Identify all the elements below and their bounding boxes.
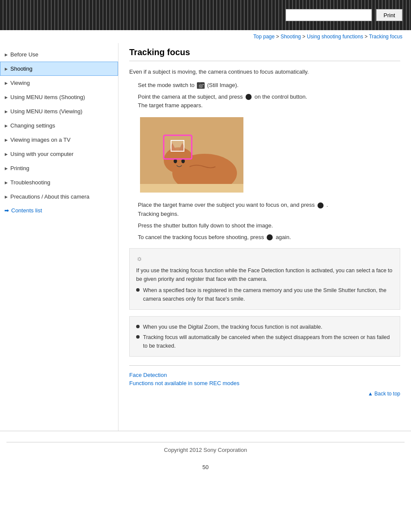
sidebar-label-precautions: Precautions / About this camera [10,193,90,200]
sidebar-item-changing-settings[interactable]: ▶ Changing settings [0,118,118,133]
page-number: 50 [0,460,411,475]
step-2: Point the camera at the subject, and pre… [138,93,400,111]
sidebar-arrow-viewing: ▶ [5,81,8,85]
note-bullet-1-icon [136,325,140,328]
header: Print [0,0,411,30]
sidebar-arrow-troubleshooting: ▶ [5,180,8,185]
step-4: Press the shutter button fully down to s… [138,221,400,230]
tracking-image-container [140,117,243,194]
svg-point-3 [200,85,202,87]
breadcrumb-shooting[interactable]: Shooting [280,34,301,40]
main-content: Tracking focus Even if a subject is movi… [118,43,411,431]
contents-list-link[interactable]: ➡ Contents list [0,204,118,217]
step-3: Place the target frame over the subject … [138,201,400,219]
back-to-top-link[interactable]: ▲ Back to top [368,391,400,397]
tips-text: If you use the tracking focus function w… [136,266,393,283]
step-5: To cancel the tracking focus before shoo… [138,233,400,242]
sidebar-arrow-printing: ▶ [5,166,8,171]
control-button-icon [246,94,252,100]
camera-mode-icon [197,82,205,89]
note-box: When you use the Digital Zoom, the track… [129,316,400,357]
sidebar-label-computer: Using with your computer [10,151,74,157]
control-button-icon-2 [318,202,324,208]
related-links: Face Detection Functions not available i… [129,365,400,386]
svg-rect-4 [202,84,204,85]
print-button[interactable]: Print [376,9,402,21]
control-button-icon-3 [267,234,273,240]
sidebar-item-viewing[interactable]: ▶ Viewing [0,76,118,90]
tips-box: ☼ If you use the tracking focus function… [129,248,400,310]
contents-list-label: Contents list [11,207,42,214]
sidebar-arrow-changing-settings: ▶ [5,124,8,128]
sidebar-item-troubleshooting[interactable]: ▶ Troubleshooting [0,175,118,190]
copyright-text: Copyright 2012 Sony Corporation [6,447,405,453]
note-item-1: When you use the Digital Zoom, the track… [136,323,393,331]
sidebar-label-menu-shooting: Using MENU items (Shooting) [10,94,85,100]
sidebar-label-changing-settings: Changing settings [10,122,55,129]
sidebar-item-viewing-tv[interactable]: ▶ Viewing images on a TV [0,133,118,147]
sidebar-item-computer[interactable]: ▶ Using with your computer [0,147,118,161]
svg-rect-1 [199,82,201,84]
sidebar-item-printing[interactable]: ▶ Printing [0,161,118,175]
sidebar-arrow-computer: ▶ [5,152,8,156]
main-layout: ▶ Before Use ▶ Shooting ▶ Viewing ▶ Usin… [0,43,411,431]
note-text-2: Tracking focus will automatically be can… [143,333,393,350]
sidebar-item-shooting[interactable]: ▶ Shooting [0,62,118,76]
sidebar-arrow-before-use: ▶ [5,53,8,57]
sidebar-arrow-menu-viewing: ▶ [5,109,8,114]
tips-bullet: When a specified face is registered in t… [136,286,393,303]
sidebar-label-shooting: Shooting [10,65,32,72]
breadcrumb-tracking-focus[interactable]: Tracking focus [369,34,402,40]
page-title: Tracking focus [129,47,400,61]
svg-rect-13 [140,184,243,193]
sidebar-arrow-viewing-tv: ▶ [5,138,8,142]
footer: Copyright 2012 Sony Corporation [0,431,411,460]
sidebar-item-precautions[interactable]: ▶ Precautions / About this camera [0,190,118,204]
search-input[interactable] [286,9,372,21]
intro-text: Even if a subject is moving, the camera … [129,68,400,77]
tips-bullet-text: When a specified face is registered in t… [143,286,393,303]
sidebar-label-before-use: Before Use [10,51,38,58]
note-item-2: Tracking focus will automatically be can… [136,333,393,350]
note-bullet-2-icon [136,335,140,339]
sidebar-label-troubleshooting: Troubleshooting [10,179,50,186]
back-to-top[interactable]: ▲ Back to top [129,391,400,397]
sidebar-arrow-precautions: ▶ [5,195,8,199]
tracking-focus-image [140,117,243,193]
sidebar-item-menu-viewing[interactable]: ▶ Using MENU items (Viewing) [0,104,118,118]
sidebar-label-printing: Printing [10,165,29,171]
breadcrumb-top[interactable]: Top page [253,34,274,40]
sidebar-label-menu-viewing: Using MENU items (Viewing) [10,108,82,115]
related-link-functions-not-available[interactable]: Functions not available in some REC mode… [129,380,400,386]
sidebar-label-viewing: Viewing [10,80,30,86]
note-text-1: When you use the Digital Zoom, the track… [143,323,322,331]
bullet-icon [136,288,140,292]
sidebar-arrow-menu-shooting: ▶ [5,95,8,100]
sidebar-arrow-shooting: ▶ [5,67,8,71]
breadcrumb-using-shooting[interactable]: Using shooting functions [307,34,363,40]
svg-rect-15 [171,140,184,151]
tips-icon: ☼ [136,253,393,264]
step-1: Set the mode switch to (Still Image). [138,81,400,90]
sidebar-item-before-use[interactable]: ▶ Before Use [0,47,118,62]
sidebar: ▶ Before Use ▶ Shooting ▶ Viewing ▶ Usin… [0,43,118,431]
breadcrumb: Top page > Shooting > Using shooting fun… [0,30,411,43]
contents-list-arrow-icon: ➡ [4,207,9,214]
sidebar-item-menu-shooting[interactable]: ▶ Using MENU items (Shooting) [0,90,118,104]
related-link-face-detection[interactable]: Face Detection [129,372,400,378]
sidebar-label-viewing-tv: Viewing images on a TV [10,137,71,143]
